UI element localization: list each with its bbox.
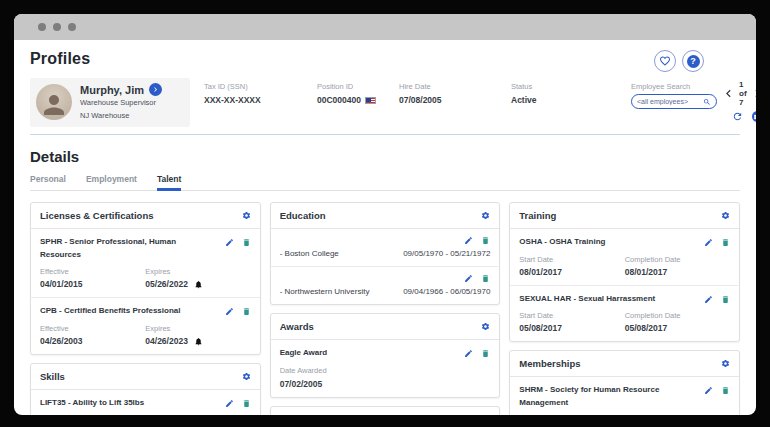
field-value: 05/26/2022 (145, 279, 188, 289)
delete-button[interactable] (242, 399, 251, 408)
employee-summary-bar: Murphy, Jim Warehouse Supervisor NJ Ware… (30, 78, 740, 127)
field-value: XXX-XX-XXXX (204, 95, 317, 105)
us-flag-icon (365, 97, 376, 104)
trash-icon (242, 399, 251, 408)
favorite-button[interactable] (654, 50, 676, 72)
field-value: 00C000400 (317, 95, 361, 105)
awards-card: Awards Eagle Award Date Awarded (270, 313, 501, 398)
field-label: Completion Date (625, 311, 730, 320)
edit-button[interactable] (225, 399, 234, 408)
field-label: Position ID (317, 82, 399, 91)
award-item: Eagle Award Date Awarded 07/02/2005 (271, 340, 500, 397)
header-actions: ? (654, 50, 704, 72)
training-item: SEXUAL HAR - Sexual Harrassment Start Da… (510, 285, 739, 342)
training-item: OSHA - OSHA Training Start Date 08/01/20… (510, 229, 739, 285)
field-label: Start Date (519, 311, 624, 320)
card-title: Education (280, 210, 326, 221)
item-name: SPHR - Senior Professional, Human Resour… (40, 236, 190, 262)
edit-button[interactable] (225, 307, 234, 316)
edit-button[interactable] (225, 238, 234, 247)
pencil-icon (464, 236, 473, 245)
delete-button[interactable] (481, 349, 490, 358)
trash-icon (721, 295, 730, 304)
field-status: Status Active (511, 78, 631, 105)
pencil-icon (704, 295, 713, 304)
education-item: - Northwestern University 09/04/1966 - 0… (271, 266, 500, 304)
employee-org: NJ Warehouse (80, 111, 162, 122)
settings-button[interactable] (752, 111, 756, 122)
skill-item: LIFT35 - Ability to Lift 35lbs Date Acqu… (31, 390, 260, 415)
next-record-button[interactable] (750, 86, 756, 101)
refresh-button[interactable] (732, 111, 743, 122)
prev-record-button[interactable] (721, 86, 736, 101)
field-label: Hire Date (399, 82, 511, 91)
field-label: Completion Date (625, 255, 730, 264)
item-name: Eagle Award (280, 347, 328, 360)
edit-button[interactable] (464, 274, 473, 283)
gear-icon[interactable] (481, 322, 490, 331)
field-tax-id: Tax ID (SSN) XXX-XX-XXXX (204, 78, 317, 105)
field-label: Effective (40, 267, 145, 276)
delete-button[interactable] (481, 274, 490, 283)
search-box[interactable] (631, 94, 717, 109)
attendance-dates: 09/04/1966 - 06/05/1970 (403, 287, 490, 296)
field-value: 07/02/2005 (280, 379, 491, 389)
field-value: 04/01/2015 (40, 279, 145, 289)
card-title: Licenses & Certifications (40, 210, 154, 221)
titlebar-dot (53, 23, 61, 31)
titlebar-dot (38, 23, 46, 31)
status-value: Active (511, 95, 631, 105)
membership-item: SHRM - Society for Human Resource Manage… (510, 377, 739, 415)
trash-icon (481, 274, 490, 283)
item-name: CPB - Certified Benefits Professional (40, 305, 180, 318)
license-item: CPB - Certified Benefits Professional Ef… (31, 297, 260, 354)
tab-talent[interactable]: Talent (157, 174, 181, 190)
question-icon: ? (687, 55, 700, 68)
field-label: Date Awarded (280, 366, 491, 375)
gear-icon[interactable] (242, 211, 251, 220)
edit-button[interactable] (704, 295, 713, 304)
edit-button[interactable] (464, 236, 473, 245)
tab-personal[interactable]: Personal (30, 174, 66, 190)
delete-button[interactable] (721, 386, 730, 395)
delete-button[interactable] (721, 295, 730, 304)
delete-button[interactable] (481, 236, 490, 245)
field-label: Tax ID (SSN) (204, 82, 317, 91)
gear-icon[interactable] (721, 211, 730, 220)
card-title: Skills (40, 371, 65, 382)
trash-icon (242, 238, 251, 247)
edit-button[interactable] (704, 238, 713, 247)
divider (30, 134, 740, 135)
field-label: Expires (145, 267, 250, 276)
field-label: Start Date (519, 255, 624, 264)
trash-icon (242, 307, 251, 316)
field-value: 04/26/2003 (40, 336, 145, 346)
delete-button[interactable] (721, 238, 730, 247)
delete-button[interactable] (242, 238, 251, 247)
refresh-icon (732, 111, 743, 122)
tab-employment[interactable]: Employment (86, 174, 137, 190)
delete-button[interactable] (242, 307, 251, 316)
gear-icon[interactable] (481, 211, 490, 220)
search-input[interactable] (637, 98, 701, 105)
app-window: Profiles ? Murphy, Jim (14, 14, 756, 415)
pencil-icon (225, 307, 234, 316)
field-value: 08/01/2017 (519, 267, 624, 277)
gear-icon[interactable] (721, 359, 730, 368)
field-label: Expires (145, 324, 250, 333)
edit-button[interactable] (464, 349, 473, 358)
field-label: Effective (40, 324, 145, 333)
help-button[interactable]: ? (682, 50, 704, 72)
edit-button[interactable] (704, 386, 713, 395)
gear-icon[interactable] (242, 372, 251, 381)
field-label: Status (511, 82, 631, 91)
field-position-id: Position ID 00C000400 (317, 78, 399, 105)
field-value: 04/26/2023 (145, 336, 188, 346)
field-hire-date: Hire Date 07/08/2005 (399, 78, 511, 105)
open-employee-icon[interactable] (149, 83, 162, 96)
card-title: Memberships (519, 358, 580, 369)
education-item: - Boston College 09/05/1970 - 05/21/1972 (271, 229, 500, 266)
field-value: 05/08/2017 (519, 323, 624, 333)
trash-icon (481, 236, 490, 245)
card-title: Awards (280, 321, 314, 332)
